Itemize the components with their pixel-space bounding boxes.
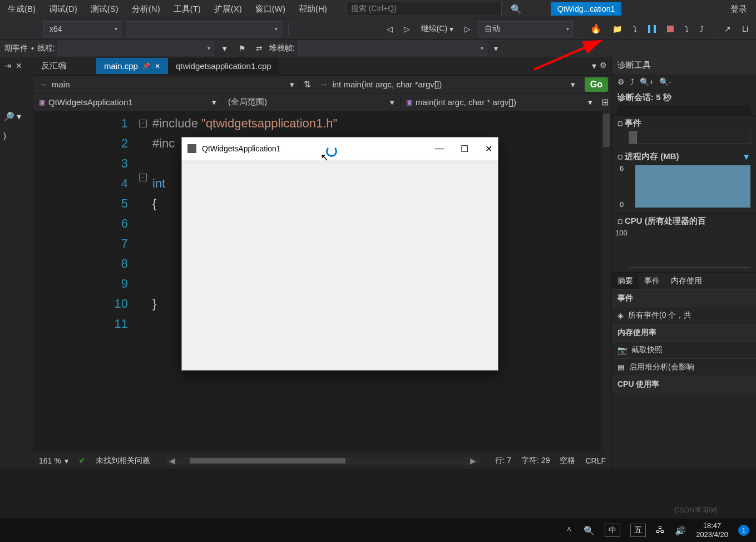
live-share-label[interactable]: Li — [739, 22, 752, 36]
qt-window-body[interactable] — [182, 162, 498, 370]
vertical-scrollbar[interactable] — [601, 111, 611, 452]
diagnostics-toolbar: ⚙ ⤴ 🔍+ 🔍- — [612, 74, 756, 90]
eol-indicator[interactable]: CRLF — [585, 456, 606, 465]
function-scope-dropdown[interactable]: ▣ main(int argc, char * argv[]) ▾ — [401, 97, 598, 107]
class-scope-dropdown[interactable]: ▣ QtWidgetsApplication1 ▾ — [33, 97, 223, 107]
platform-dropdown[interactable]: x64 — [43, 21, 121, 37]
stack-dropdown[interactable] — [298, 41, 487, 56]
login-button[interactable]: 登录 — [724, 2, 754, 17]
menu-tools[interactable]: 工具(T) — [168, 2, 206, 17]
share-icon[interactable]: ↗ — [721, 22, 734, 36]
clock[interactable]: 18:47 2023/4/20 — [696, 521, 728, 539]
col-indicator[interactable]: 字符: 29 — [521, 456, 550, 466]
zoom-dropdown[interactable]: 161 %▾ — [39, 456, 68, 465]
close-icon[interactable]: ✕ — [155, 62, 160, 70]
step-button[interactable]: ▷ — [461, 22, 474, 36]
zoom-in-icon[interactable]: 🔍+ — [640, 77, 654, 86]
global-label: (全局范围) — [228, 97, 267, 107]
global-scope-dropdown[interactable]: (全局范围) ▾ — [223, 97, 401, 107]
line-indicator[interactable]: 行: 7 — [495, 456, 512, 466]
scope-dropdown-1[interactable]: → main ▾ — [33, 80, 300, 90]
menu-help[interactable]: 帮助(H) — [293, 2, 333, 17]
pin-icon[interactable]: ⇥ — [2, 59, 13, 72]
scope-dropdown-2[interactable]: → int main(int argc, char *argv[]) ▾ — [314, 80, 581, 90]
thread-dropdown[interactable] — [58, 41, 214, 56]
network-icon[interactable]: 🖧 — [656, 525, 665, 535]
ime-mode[interactable]: 五 — [630, 524, 646, 537]
search-panel-icon[interactable]: 🔎 ▾ — [0, 108, 33, 125]
search-tray-icon[interactable]: 🔍 — [584, 525, 595, 536]
scroll-thumb[interactable] — [603, 114, 610, 147]
qt-app-window[interactable]: QtWidgetsApplication1 — ☐ ✕ — [181, 137, 498, 371]
config-dropdown[interactable] — [126, 21, 281, 37]
stack-label: 堆栈帧: — [269, 43, 295, 53]
minimize-button[interactable]: — — [435, 144, 444, 154]
continue-button[interactable]: 继续(C) ▾ — [418, 22, 457, 36]
separator — [288, 23, 289, 35]
play-button[interactable]: ▷ — [401, 22, 413, 36]
gear-icon[interactable]: ⚙ — [600, 61, 607, 71]
auto-dropdown[interactable]: 自动 — [478, 21, 573, 37]
notification-badge[interactable]: 1 — [738, 525, 749, 536]
tab-memory[interactable]: 内存使用 — [665, 273, 708, 289]
menu-extensions[interactable]: 扩展(X) — [209, 2, 248, 17]
tab-dropdown-icon[interactable]: ▾ — [592, 61, 596, 71]
project-name-tab[interactable]: QtWidg...cation1 — [551, 2, 622, 16]
tab-qtwidgets-cpp[interactable]: qtwidgetsapplication1.cpp — [168, 58, 279, 74]
stop-button[interactable] — [664, 23, 677, 35]
search-icon[interactable]: 🔍 — [506, 2, 526, 17]
snapshot-item[interactable]: 📷截取快照 — [612, 341, 756, 358]
issues-label[interactable]: 未找到相关问题 — [96, 456, 150, 466]
qt-titlebar[interactable]: QtWidgetsApplication1 — ☐ ✕ — [182, 137, 498, 160]
pause-button[interactable] — [645, 23, 659, 35]
menu-window[interactable]: 窗口(W) — [250, 2, 291, 17]
fold-toggle[interactable]: − — [139, 120, 147, 127]
menu-analyze[interactable]: 分析(N) — [126, 2, 166, 17]
zoom-out-icon[interactable]: 🔍- — [659, 77, 671, 86]
search-input[interactable]: 搜索 (Ctrl+Q) — [346, 2, 502, 16]
filter-icon[interactable]: ▼ — [218, 42, 232, 55]
pin-icon[interactable]: 📌 — [142, 62, 150, 70]
stack-menu-icon[interactable]: ▾ — [491, 42, 501, 55]
folder-icon[interactable]: 📁 — [609, 22, 625, 36]
menu-build[interactable]: 生成(B) — [2, 2, 41, 17]
horizontal-scrollbar[interactable]: ◀ ▶ — [166, 457, 480, 465]
close-icon[interactable]: ✕ — [13, 59, 24, 72]
hot-reload-icon[interactable]: 🔥 — [587, 21, 605, 36]
exchange-icon[interactable]: ⇄ — [253, 42, 266, 55]
fold-toggle[interactable]: − — [139, 174, 147, 181]
scroll-left-icon[interactable]: ◀ — [166, 456, 179, 465]
maximize-button[interactable]: ☐ — [461, 144, 468, 154]
heap-analysis-item[interactable]: ▤启用堆分析(会影响 — [612, 358, 756, 376]
go-button[interactable]: Go — [585, 77, 608, 92]
memory-section-header: 内存使用率 — [612, 324, 756, 341]
tray-expand-icon[interactable]: ＾ — [565, 525, 574, 536]
split-icon[interactable]: ⊞ — [598, 97, 611, 107]
step-into-icon[interactable]: ⤵ — [681, 22, 692, 36]
scroll-right-icon[interactable]: ▶ — [467, 456, 480, 465]
tab-main-cpp[interactable]: main.cpp 📌 ✕ — [96, 58, 168, 74]
close-button[interactable]: ✕ — [485, 144, 492, 154]
tab-events[interactable]: 事件 — [639, 273, 665, 289]
events-header[interactable]: 事件 — [625, 118, 641, 129]
diagnostics-session: 诊断会话: 5 秒 — [612, 90, 756, 105]
flag-icon[interactable]: ⚑ — [235, 42, 249, 55]
ime-lang[interactable]: 中 — [605, 524, 620, 537]
volume-icon[interactable]: 🔊 — [675, 525, 686, 536]
step-over-icon[interactable]: ⤵ — [630, 22, 640, 36]
step-back-button[interactable]: ◁ — [383, 22, 396, 36]
menu-debug[interactable]: 调试(D) — [43, 2, 83, 17]
disassembly-label[interactable]: 反汇编 — [33, 57, 74, 75]
scroll-thumb[interactable] — [190, 458, 345, 464]
indent-indicator[interactable]: 空格 — [560, 456, 575, 466]
scope-bar: ▣ QtWidgetsApplication1 ▾ (全局范围) ▾ ▣ mai… — [33, 93, 611, 111]
gear-icon[interactable]: ⚙ — [617, 77, 625, 86]
menu-test[interactable]: 测试(S) — [85, 2, 124, 17]
all-events-item[interactable]: ◈所有事件(0 个，共 — [612, 307, 756, 324]
tab-summary[interactable]: 摘要 — [612, 273, 639, 289]
cpu-header[interactable]: CPU (所有处理器的百 — [625, 216, 706, 226]
updown-icon[interactable]: ⇅ — [300, 79, 314, 90]
export-icon[interactable]: ⤴ — [630, 77, 634, 86]
memory-header[interactable]: 进程内存 (MB) — [625, 151, 679, 162]
step-out-icon[interactable]: ⤴ — [696, 22, 707, 36]
